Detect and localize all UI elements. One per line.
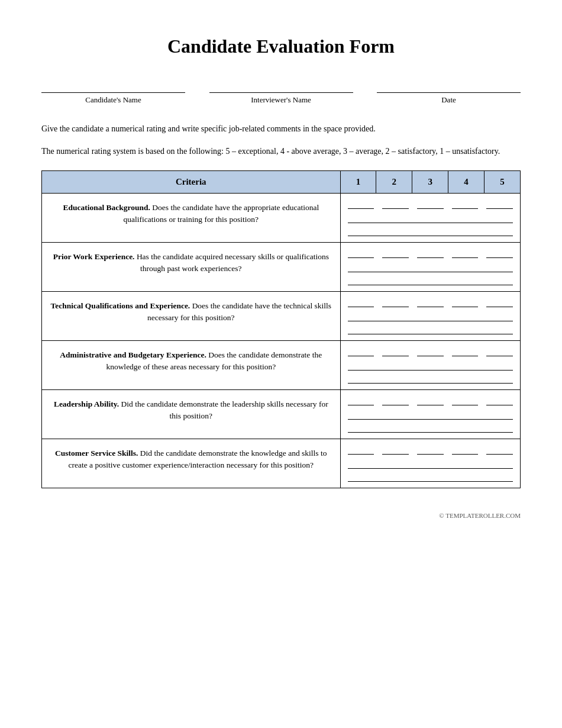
- short-lines-customer-service: [348, 445, 513, 455]
- long-line1-technical: [348, 311, 513, 321]
- long-line2-leadership: [348, 422, 513, 433]
- long-line1-customer-service: [348, 458, 513, 469]
- instruction2: The numerical rating system is based on …: [41, 145, 521, 158]
- long-line1-leadership: [348, 409, 513, 420]
- short-lines-prior-work: [348, 249, 513, 258]
- candidate-name-label: Candidate's Name: [85, 95, 141, 105]
- rating-header-2: 2: [376, 170, 412, 193]
- short-lines-technical: [348, 298, 513, 307]
- rating-header-5: 5: [485, 170, 521, 193]
- footer: © TEMPLATEROLLER.COM: [41, 512, 521, 519]
- criteria-cell-leadership: Leadership Ability. Did the candidate de…: [42, 389, 341, 439]
- long-line2-administrative: [348, 373, 513, 384]
- rating-header-4: 4: [448, 170, 485, 193]
- rating-cell-technical[interactable]: [340, 291, 520, 340]
- date-line: [377, 81, 521, 93]
- rating-cell-leadership[interactable]: [340, 389, 520, 439]
- candidate-name-line: [41, 81, 185, 93]
- long-line1-educational: [348, 212, 513, 223]
- rating-header-1: 1: [340, 170, 376, 193]
- rating-cell-prior-work[interactable]: [340, 242, 520, 291]
- long-line2-customer-service: [348, 471, 513, 482]
- interviewer-name-field[interactable]: Interviewer's Name: [209, 81, 353, 105]
- criteria-cell-administrative: Administrative and Budgetary Experience.…: [42, 340, 341, 389]
- long-line2-prior-work: [348, 275, 513, 285]
- criteria-cell-prior-work: Prior Work Experience. Has the candidate…: [42, 242, 341, 291]
- rating-cell-customer-service[interactable]: [340, 439, 520, 488]
- page-title: Candidate Evaluation Form: [41, 36, 521, 57]
- interviewer-name-line: [209, 81, 353, 93]
- instruction1: Give the candidate a numerical rating an…: [41, 123, 521, 136]
- rating-header-3: 3: [412, 170, 448, 193]
- short-lines-leadership: [348, 396, 513, 405]
- date-label: Date: [441, 95, 456, 105]
- criteria-cell-technical: Technical Qualifications and Experience.…: [42, 291, 341, 340]
- candidate-name-field[interactable]: Candidate's Name: [41, 81, 185, 105]
- header-fields: Candidate's Name Interviewer's Name Date: [41, 81, 521, 105]
- rating-cell-administrative[interactable]: [340, 340, 520, 389]
- short-lines-administrative: [348, 347, 513, 356]
- criteria-cell-customer-service: Customer Service Skills. Did the candida…: [42, 439, 341, 488]
- long-line1-administrative: [348, 360, 513, 371]
- long-line1-prior-work: [348, 262, 513, 272]
- criteria-header: Criteria: [42, 170, 341, 193]
- rating-cell-educational[interactable]: [340, 193, 520, 242]
- criteria-cell-educational: Educational Background. Does the candida…: [42, 193, 341, 242]
- evaluation-table: Criteria 1 2 3 4 5 Educational Backgroun…: [41, 170, 521, 488]
- short-lines-educational: [348, 199, 513, 209]
- long-line2-educational: [348, 226, 513, 236]
- date-field[interactable]: Date: [377, 81, 521, 105]
- interviewer-name-label: Interviewer's Name: [251, 95, 311, 105]
- long-line2-technical: [348, 324, 513, 334]
